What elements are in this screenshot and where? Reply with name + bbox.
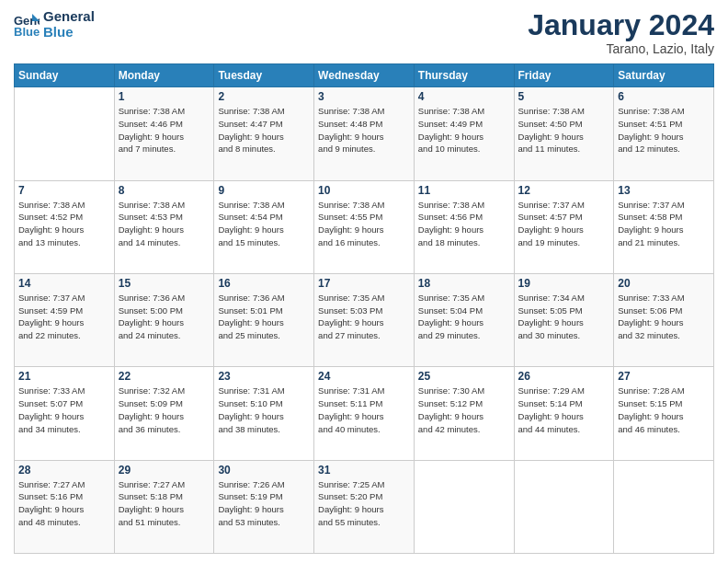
day-info: Sunrise: 7:31 AM Sunset: 5:10 PM Dayligh… (218, 385, 310, 435)
day-number: 8 (119, 184, 210, 197)
header-day-monday: Monday (114, 64, 214, 87)
day-cell: 25Sunrise: 7:30 AM Sunset: 5:12 PM Dayli… (414, 367, 514, 460)
day-cell: 17Sunrise: 7:35 AM Sunset: 5:03 PM Dayli… (314, 273, 415, 366)
day-info: Sunrise: 7:27 AM Sunset: 5:18 PM Dayligh… (119, 478, 210, 529)
day-number: 17 (318, 277, 410, 290)
day-info: Sunrise: 7:38 AM Sunset: 4:55 PM Dayligh… (318, 199, 410, 249)
day-number: 12 (518, 184, 610, 197)
day-cell: 7Sunrise: 7:38 AM Sunset: 4:52 PM Daylig… (15, 180, 115, 273)
day-info: Sunrise: 7:32 AM Sunset: 5:09 PM Dayligh… (119, 385, 210, 435)
day-info: Sunrise: 7:37 AM Sunset: 4:57 PM Dayligh… (518, 199, 610, 249)
header-day-thursday: Thursday (414, 64, 514, 87)
location-subtitle: Tarano, Lazio, Italy (528, 41, 714, 56)
logo-icon: General Blue (14, 12, 40, 38)
day-info: Sunrise: 7:31 AM Sunset: 5:11 PM Dayligh… (318, 385, 410, 435)
day-number: 31 (318, 464, 410, 477)
week-row-2: 7Sunrise: 7:38 AM Sunset: 4:52 PM Daylig… (15, 180, 714, 273)
day-cell: 9Sunrise: 7:38 AM Sunset: 4:54 PM Daylig… (214, 180, 314, 273)
day-number: 21 (18, 370, 110, 383)
logo-line2: Blue (43, 25, 95, 40)
day-number: 27 (618, 370, 710, 383)
header-day-wednesday: Wednesday (314, 64, 415, 87)
header-day-sunday: Sunday (15, 64, 115, 87)
day-cell: 4Sunrise: 7:38 AM Sunset: 4:49 PM Daylig… (414, 87, 514, 180)
day-cell: 28Sunrise: 7:27 AM Sunset: 5:16 PM Dayli… (15, 460, 115, 553)
logo: General Blue General Blue (14, 9, 95, 40)
day-number: 1 (119, 90, 210, 103)
header-day-saturday: Saturday (614, 64, 714, 87)
day-number: 5 (518, 90, 610, 103)
day-number: 19 (518, 277, 610, 290)
month-title: January 2024 (528, 9, 714, 41)
day-info: Sunrise: 7:38 AM Sunset: 4:47 PM Dayligh… (218, 105, 310, 155)
day-number: 15 (119, 277, 210, 290)
day-number: 2 (218, 90, 310, 103)
day-info: Sunrise: 7:38 AM Sunset: 4:48 PM Dayligh… (318, 105, 410, 155)
day-info: Sunrise: 7:38 AM Sunset: 4:50 PM Dayligh… (518, 105, 610, 155)
day-cell: 24Sunrise: 7:31 AM Sunset: 5:11 PM Dayli… (314, 367, 415, 460)
day-info: Sunrise: 7:38 AM Sunset: 4:53 PM Dayligh… (119, 199, 210, 249)
week-row-1: 1Sunrise: 7:38 AM Sunset: 4:46 PM Daylig… (15, 87, 714, 180)
day-cell: 8Sunrise: 7:38 AM Sunset: 4:53 PM Daylig… (114, 180, 214, 273)
logo-line1: General (43, 9, 95, 25)
day-cell: 21Sunrise: 7:33 AM Sunset: 5:07 PM Dayli… (15, 367, 115, 460)
day-number: 29 (119, 464, 210, 477)
day-cell: 6Sunrise: 7:38 AM Sunset: 4:51 PM Daylig… (614, 87, 714, 180)
week-row-4: 21Sunrise: 7:33 AM Sunset: 5:07 PM Dayli… (15, 367, 714, 460)
day-number: 18 (418, 277, 510, 290)
day-info: Sunrise: 7:37 AM Sunset: 4:59 PM Dayligh… (18, 292, 110, 342)
day-number: 9 (218, 184, 310, 197)
day-cell: 27Sunrise: 7:28 AM Sunset: 5:15 PM Dayli… (614, 367, 714, 460)
day-info: Sunrise: 7:38 AM Sunset: 4:52 PM Dayligh… (18, 199, 110, 249)
day-info: Sunrise: 7:38 AM Sunset: 4:56 PM Dayligh… (418, 199, 510, 249)
day-cell: 18Sunrise: 7:35 AM Sunset: 5:04 PM Dayli… (414, 273, 514, 366)
day-cell: 1Sunrise: 7:38 AM Sunset: 4:46 PM Daylig… (114, 87, 214, 180)
day-number: 7 (18, 184, 110, 197)
day-number: 16 (218, 277, 310, 290)
day-number: 25 (418, 370, 510, 383)
day-info: Sunrise: 7:27 AM Sunset: 5:16 PM Dayligh… (18, 478, 110, 529)
day-info: Sunrise: 7:35 AM Sunset: 5:04 PM Dayligh… (418, 292, 510, 342)
day-info: Sunrise: 7:34 AM Sunset: 5:05 PM Dayligh… (518, 292, 610, 342)
day-cell: 15Sunrise: 7:36 AM Sunset: 5:00 PM Dayli… (114, 273, 214, 366)
day-info: Sunrise: 7:36 AM Sunset: 5:01 PM Dayligh… (218, 292, 310, 342)
day-cell: 19Sunrise: 7:34 AM Sunset: 5:05 PM Dayli… (514, 273, 614, 366)
day-info: Sunrise: 7:29 AM Sunset: 5:14 PM Dayligh… (518, 385, 610, 435)
day-cell: 2Sunrise: 7:38 AM Sunset: 4:47 PM Daylig… (214, 87, 314, 180)
day-cell: 23Sunrise: 7:31 AM Sunset: 5:10 PM Dayli… (214, 367, 314, 460)
day-number: 4 (418, 90, 510, 103)
day-info: Sunrise: 7:38 AM Sunset: 4:49 PM Dayligh… (418, 105, 510, 155)
day-number: 20 (618, 277, 710, 290)
day-info: Sunrise: 7:37 AM Sunset: 4:58 PM Dayligh… (618, 199, 710, 249)
day-cell: 11Sunrise: 7:38 AM Sunset: 4:56 PM Dayli… (414, 180, 514, 273)
day-cell: 14Sunrise: 7:37 AM Sunset: 4:59 PM Dayli… (15, 273, 115, 366)
calendar-table: SundayMondayTuesdayWednesdayThursdayFrid… (14, 63, 714, 554)
day-cell: 26Sunrise: 7:29 AM Sunset: 5:14 PM Dayli… (514, 367, 614, 460)
day-number: 28 (18, 464, 110, 477)
page: General Blue General Blue January 2024 T… (0, 0, 728, 563)
day-info: Sunrise: 7:36 AM Sunset: 5:00 PM Dayligh… (119, 292, 210, 342)
day-info: Sunrise: 7:33 AM Sunset: 5:06 PM Dayligh… (618, 292, 710, 342)
day-number: 6 (618, 90, 710, 103)
day-cell: 16Sunrise: 7:36 AM Sunset: 5:01 PM Dayli… (214, 273, 314, 366)
day-number: 22 (119, 370, 210, 383)
day-info: Sunrise: 7:26 AM Sunset: 5:19 PM Dayligh… (218, 478, 310, 529)
week-row-3: 14Sunrise: 7:37 AM Sunset: 4:59 PM Dayli… (15, 273, 714, 366)
day-number: 10 (318, 184, 410, 197)
day-number: 24 (318, 370, 410, 383)
week-row-5: 28Sunrise: 7:27 AM Sunset: 5:16 PM Dayli… (15, 460, 714, 553)
day-cell (414, 460, 514, 553)
day-cell (514, 460, 614, 553)
day-number: 3 (318, 90, 410, 103)
calendar-header-row: SundayMondayTuesdayWednesdayThursdayFrid… (15, 64, 714, 87)
day-cell: 12Sunrise: 7:37 AM Sunset: 4:57 PM Dayli… (514, 180, 614, 273)
day-info: Sunrise: 7:38 AM Sunset: 4:51 PM Dayligh… (618, 105, 710, 155)
day-cell: 29Sunrise: 7:27 AM Sunset: 5:18 PM Dayli… (114, 460, 214, 553)
day-info: Sunrise: 7:30 AM Sunset: 5:12 PM Dayligh… (418, 385, 510, 435)
day-number: 11 (418, 184, 510, 197)
day-info: Sunrise: 7:38 AM Sunset: 4:54 PM Dayligh… (218, 199, 310, 249)
header-day-tuesday: Tuesday (214, 64, 314, 87)
day-cell: 30Sunrise: 7:26 AM Sunset: 5:19 PM Dayli… (214, 460, 314, 553)
day-cell: 3Sunrise: 7:38 AM Sunset: 4:48 PM Daylig… (314, 87, 415, 180)
day-cell: 10Sunrise: 7:38 AM Sunset: 4:55 PM Dayli… (314, 180, 415, 273)
